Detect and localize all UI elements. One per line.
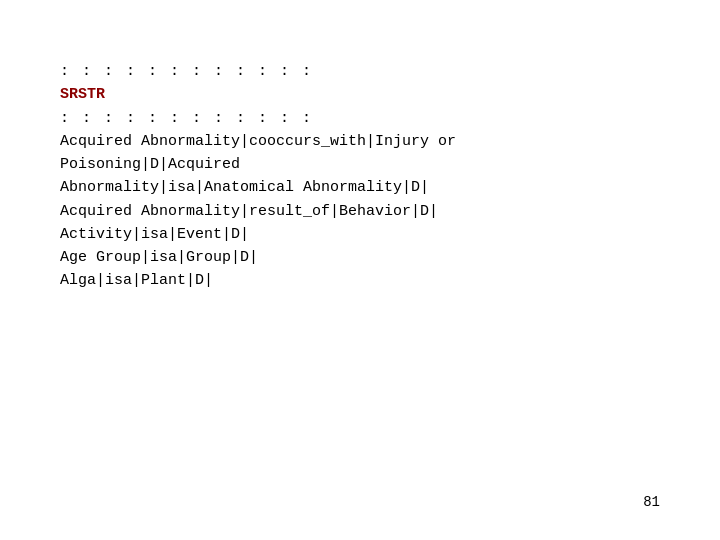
code-line-2: Poisoning|D|Acquired <box>60 153 660 176</box>
code-line-4: Acquired Abnormality|result_of|Behavior|… <box>60 200 660 223</box>
code-line-5: Activity|isa|Event|D| <box>60 223 660 246</box>
dots-line-1: : : : : : : : : : : : : <box>60 60 660 83</box>
code-line-1: Acquired Abnormality|cooccurs_with|Injur… <box>60 130 660 153</box>
srstr-label: SRSTR <box>60 83 660 106</box>
page-container: : : : : : : : : : : : : SRSTR : : : : : … <box>0 0 720 540</box>
content-area: : : : : : : : : : : : : SRSTR : : : : : … <box>60 60 660 293</box>
dots-line-2: : : : : : : : : : : : : <box>60 107 660 130</box>
code-line-3: Abnormality|isa|Anatomical Abnormality|D… <box>60 176 660 199</box>
code-line-6: Age Group|isa|Group|D| <box>60 246 660 269</box>
code-line-7: Alga|isa|Plant|D| <box>60 269 660 292</box>
page-number: 81 <box>643 494 660 510</box>
